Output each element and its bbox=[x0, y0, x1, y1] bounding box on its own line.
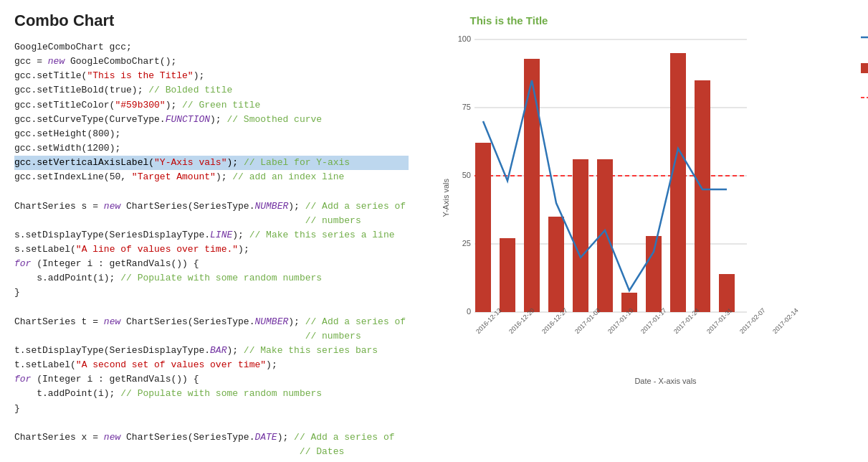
bar-10 bbox=[719, 274, 735, 312]
bar-0 bbox=[475, 143, 491, 312]
svg-text:0: 0 bbox=[466, 307, 470, 316]
legend-line-item: A line of values over time. bbox=[861, 32, 869, 55]
chart-inner: 0 25 50 75 100 bbox=[453, 32, 857, 385]
x-label-9: 2017-02-14 bbox=[771, 306, 800, 335]
bar-1 bbox=[500, 238, 515, 312]
bar-3 bbox=[548, 217, 564, 312]
bar-7 bbox=[646, 236, 662, 312]
chart-legend: A line of values over time. A second set… bbox=[861, 32, 869, 104]
svg-text:75: 75 bbox=[462, 103, 470, 111]
legend-line-icon bbox=[861, 33, 869, 42]
chart-svg: 0 25 50 75 100 bbox=[453, 32, 761, 334]
bar-9 bbox=[695, 80, 710, 312]
legend-bar-item: A second set of values over time bbox=[861, 62, 869, 85]
x-axis-labels: 2016-12-13 2016-12-20 2016-12-27 2017-01… bbox=[453, 238, 464, 334]
legend-index-icon bbox=[861, 93, 869, 102]
x-axis-label: Date - X-axis vals bbox=[474, 377, 857, 385]
bar-8 bbox=[670, 53, 686, 312]
svg-text:25: 25 bbox=[462, 239, 470, 248]
x-axis-tick-container: 2016-12-13 2016-12-20 2016-12-27 2017-01… bbox=[474, 326, 747, 337]
svg-text:50: 50 bbox=[462, 171, 470, 179]
chart-title: This is the Title bbox=[470, 14, 857, 27]
bar-2 bbox=[524, 59, 540, 312]
legend-bar-icon bbox=[861, 63, 869, 73]
code-block: GoogleComboChart gcc; gcc = new GoogleCo… bbox=[14, 40, 409, 462]
legend-index-item: Target Amount bbox=[861, 93, 869, 104]
bar-4 bbox=[573, 159, 588, 312]
svg-text:100: 100 bbox=[457, 34, 470, 43]
y-axis-label: Y-Axis vals bbox=[442, 179, 450, 217]
chart-container: This is the Title Y-Axis vals 0 bbox=[442, 14, 857, 385]
chart-area: Y-Axis vals 0 25 50 bbox=[442, 32, 857, 385]
svg-rect-22 bbox=[861, 63, 869, 73]
code-panel: Combo Chart GoogleComboChart gcc; gcc = … bbox=[0, 0, 423, 462]
page-title: Combo Chart bbox=[14, 11, 409, 30]
chart-panel: This is the Title Y-Axis vals 0 bbox=[423, 0, 868, 462]
